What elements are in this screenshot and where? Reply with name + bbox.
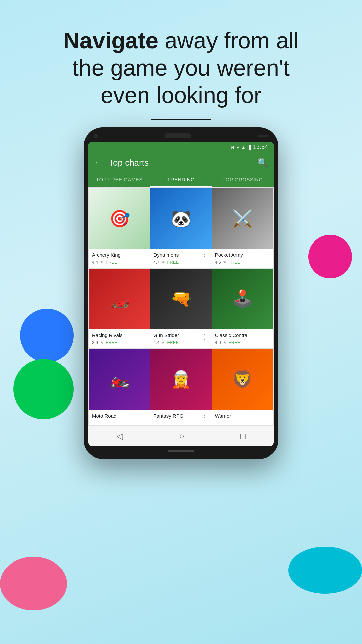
classic-contra-thumb: 🕹️ [212, 269, 273, 329]
wifi-icon: ▾ [237, 145, 239, 150]
fantasy-rpg-name: Fantasy RPG [153, 413, 200, 419]
list-item: 🏎️ Racing Rivals 3.9 ★ FREE ⋮ [89, 269, 150, 348]
phone-top-bar [88, 133, 274, 142]
hero-normal: away from all [165, 28, 299, 53]
pocket-army-more[interactable]: ⋮ [262, 252, 270, 261]
pocket-army-star: ★ [223, 260, 227, 264]
dynamos-thumb: 🐼 [150, 188, 211, 249]
phone-screen: ⊖ ▾ ▲ ▐ 13:54 ← Top charts 🔍 TOP FREE GA… [88, 142, 274, 446]
fantasy-rpg-more[interactable]: ⋮ [201, 413, 209, 422]
moto-road-details: Moto Road [92, 413, 139, 421]
decorative-circle-blue [20, 309, 74, 362]
list-item: 🧝 Fantasy RPG ⋮ [150, 349, 211, 425]
warrior-details: Warrior [215, 413, 262, 421]
hero-title: Navigate away from all the game you were… [27, 27, 335, 109]
list-item: 🎯 Archery King 4.4 ★ FREE ⋮ [89, 188, 150, 268]
gun-strider-image: 🔫 [150, 269, 211, 329]
archery-king-thumb: 🎯 [89, 188, 150, 249]
fantasy-rpg-details: Fantasy RPG [153, 413, 200, 421]
dynamos-price: FREE [167, 260, 179, 265]
classic-contra-info: Classic Contra 4.0 ★ FREE ⋮ [212, 329, 273, 348]
pocket-army-details: Pocket Army 4.6 ★ FREE [215, 252, 262, 265]
archery-king-info: Archery King 4.4 ★ FREE ⋮ [89, 249, 150, 268]
list-item: 🔫 Gun Strider 4.4 ★ FREE ⋮ [150, 269, 211, 348]
back-nav-button[interactable]: ◁ [116, 431, 123, 441]
warrior-thumb: 🦁 [212, 349, 273, 410]
dynamos-details: Dyna mons 4.7 ★ FREE [153, 252, 200, 265]
racing-rivals-star: ★ [100, 340, 104, 345]
gun-strider-name: Gun Strider [153, 332, 200, 339]
gun-strider-meta: 4.4 ★ FREE [153, 340, 200, 345]
dynamos-rating: 4.7 [153, 260, 159, 265]
dynamos-more[interactable]: ⋮ [201, 252, 209, 261]
pocket-army-rating: 4.6 [215, 260, 221, 265]
gun-strider-more[interactable]: ⋮ [201, 332, 209, 341]
search-button[interactable]: 🔍 [257, 158, 268, 168]
gun-strider-info: Gun Strider 4.4 ★ FREE ⋮ [150, 329, 211, 348]
decorative-circle-teal [288, 547, 362, 594]
back-button[interactable]: ← [94, 157, 103, 168]
fantasy-rpg-image: 🧝 [150, 349, 211, 410]
gun-strider-rating: 4.4 [153, 340, 159, 345]
home-indicator [168, 450, 194, 452]
tab-top-free-games[interactable]: TOP FREE GAMES [88, 173, 150, 187]
warrior-more[interactable]: ⋮ [262, 413, 270, 422]
moto-road-info: Moto Road ⋮ [89, 410, 150, 425]
dynamos-image: 🐼 [150, 188, 211, 249]
dynamos-name: Dyna mons [153, 252, 200, 258]
hero-line3: even looking for [101, 82, 261, 108]
status-time: 13:54 [253, 144, 268, 151]
hero-section: Navigate away from all the game you were… [0, 0, 362, 134]
list-item: 🦁 Warrior ⋮ [212, 349, 273, 425]
recents-nav-button[interactable]: □ [240, 431, 246, 441]
gun-strider-details: Gun Strider 4.4 ★ FREE [153, 332, 200, 345]
archery-king-details: Archery King 4.4 ★ FREE [92, 252, 139, 265]
classic-contra-image: 🕹️ [212, 269, 273, 329]
status-bar: ⊖ ▾ ▲ ▐ 13:54 [88, 142, 274, 153]
phone-mockup: ⊖ ▾ ▲ ▐ 13:54 ← Top charts 🔍 TOP FREE GA… [84, 127, 278, 459]
phone-bottom [88, 449, 274, 454]
hero-divider [151, 119, 211, 120]
dynamos-info: Dyna mons 4.7 ★ FREE ⋮ [150, 249, 211, 268]
home-nav-button[interactable]: ○ [179, 431, 184, 441]
hero-line2: the game you weren't [72, 55, 290, 80]
archery-king-star: ★ [100, 260, 104, 264]
pocket-army-info: Pocket Army 4.6 ★ FREE ⋮ [212, 249, 273, 268]
decorative-circle-pink2 [0, 557, 67, 610]
app-bar-title: Top charts [109, 158, 252, 168]
pocket-army-meta: 4.6 ★ FREE [215, 260, 262, 265]
archery-king-more[interactable]: ⋮ [139, 252, 147, 261]
racing-rivals-meta: 3.9 ★ FREE [92, 340, 139, 345]
dynamos-star: ★ [161, 260, 165, 264]
phone-sensor [258, 135, 268, 137]
moto-road-thumb: 🏍️ [89, 349, 150, 410]
classic-contra-star: ★ [223, 340, 227, 345]
fantasy-rpg-thumb: 🧝 [150, 349, 211, 410]
pocket-army-price: FREE [229, 260, 240, 265]
classic-contra-meta: 4.0 ★ FREE [215, 340, 262, 345]
racing-rivals-more[interactable]: ⋮ [139, 332, 147, 341]
racing-rivals-details: Racing Rivals 3.9 ★ FREE [92, 332, 139, 345]
notification-icon: ⊖ [231, 145, 235, 150]
racing-rivals-info: Racing Rivals 3.9 ★ FREE ⋮ [89, 329, 150, 348]
list-item: 🕹️ Classic Contra 4.0 ★ FREE ⋮ [212, 269, 273, 348]
signal-icon: ▲ [241, 145, 246, 150]
classic-contra-name: Classic Contra [215, 332, 262, 339]
game-grid: 🎯 Archery King 4.4 ★ FREE ⋮ [88, 187, 274, 426]
classic-contra-more[interactable]: ⋮ [262, 332, 270, 341]
archery-king-rating: 4.4 [92, 260, 98, 265]
tab-trending[interactable]: TRENDING [150, 173, 212, 187]
racing-rivals-price: FREE [106, 340, 117, 345]
list-item: 🐼 Dyna mons 4.7 ★ FREE ⋮ [150, 188, 211, 268]
decorative-circle-pink [308, 235, 352, 278]
tab-top-grossing[interactable]: TOP GROSSING [212, 173, 274, 187]
racing-rivals-name: Racing Rivals [92, 332, 139, 339]
archery-king-meta: 4.4 ★ FREE [92, 260, 139, 265]
battery-icon: ▐ [248, 145, 251, 150]
warrior-name: Warrior [215, 413, 262, 419]
moto-road-more[interactable]: ⋮ [139, 413, 147, 422]
decorative-circle-green [13, 359, 74, 419]
fantasy-rpg-info: Fantasy RPG ⋮ [150, 410, 211, 425]
phone-speaker [165, 133, 191, 138]
moto-road-image: 🏍️ [89, 349, 150, 410]
